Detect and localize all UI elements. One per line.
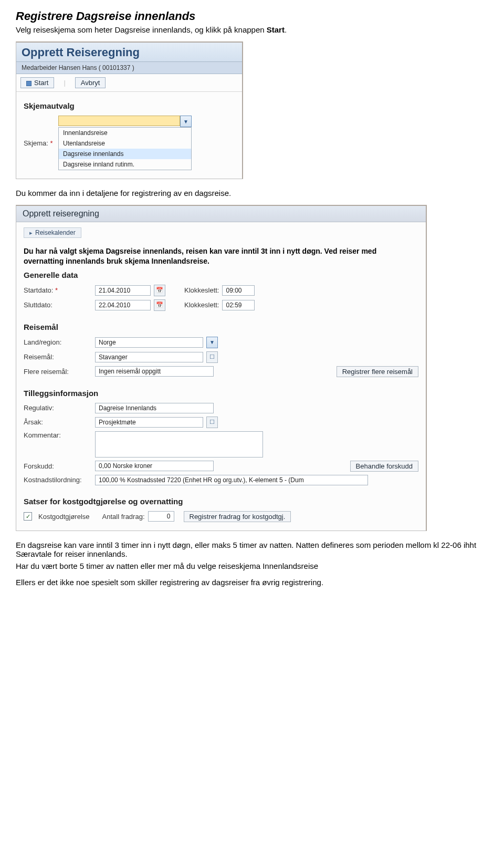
panel2-body: Reisekalender Du har nå valgt skjema Dag… xyxy=(16,222,426,531)
chevron-down-icon[interactable]: ▼ xyxy=(206,337,218,348)
kostgodt-checkbox[interactable]: ✓ xyxy=(24,512,32,521)
register-deduction-button[interactable]: Registrer fradrag for kostgodtgj. xyxy=(184,511,291,522)
startdato-row: Startdato: * 21.04.2010 📅 Klokkeslett: 0… xyxy=(24,285,418,296)
panel2-instruction: Du har nå valgt skjema Dagsreise innenla… xyxy=(24,246,418,266)
startdato-field[interactable]: 21.04.2010 xyxy=(95,285,151,296)
panel2-title: Opprett reiseregning xyxy=(16,206,426,222)
sluttdato-label: Sluttdato: xyxy=(24,301,92,309)
start-button[interactable]: Start xyxy=(20,77,54,88)
skjema-dropdown[interactable]: ▼ Innenlandsreise Utenlandsreise Dagsrei… xyxy=(58,116,192,170)
skjema-section-title: Skjemautvalg xyxy=(24,101,235,110)
regulativ-row: Regulativ: Dagreise Innenlands xyxy=(24,403,418,413)
calendar-icon[interactable]: 📅 xyxy=(154,285,165,296)
doc-intro: Velg reiseskjema som heter Dagsreise inn… xyxy=(16,25,488,34)
kommentar-label: Kommentar: xyxy=(24,431,92,439)
forskudd-label: Forskudd: xyxy=(24,462,92,470)
doc-outro3: Ellers er det ikke noe spesielt som skil… xyxy=(16,578,488,587)
skjema-section: Skjemautvalg Skjema: * ▼ Innenlandsreise… xyxy=(16,92,242,179)
skjema-option-1[interactable]: Utenlandsreise xyxy=(59,138,191,149)
reisemal-row: Reisemål: Stavanger ☐ xyxy=(24,351,418,363)
land-field[interactable]: Norge xyxy=(95,337,203,348)
doc-intro-bold: Start xyxy=(267,25,285,34)
skjema-option-3[interactable]: Dagsreise innland rutinm. xyxy=(59,159,191,170)
doc-intro-post: . xyxy=(285,25,287,34)
kostgodt-label: Kostgodtgjørelse xyxy=(38,513,90,521)
lookup-icon[interactable]: ☐ xyxy=(206,351,218,363)
regulativ-label: Regulativ: xyxy=(24,404,92,412)
additional-info-title: Tilleggsinformasjon xyxy=(24,389,418,398)
rates-title: Satser for kostgodtgjørelse og overnatti… xyxy=(24,497,418,506)
forskudd-row: Forskudd: 0,00 Norske kroner Behandle fo… xyxy=(24,461,418,472)
skjema-option-2[interactable]: Dagsreise innenlands xyxy=(59,149,191,159)
kommentar-field[interactable] xyxy=(95,431,263,458)
arsak-field[interactable]: Prosjektmøte xyxy=(95,417,203,428)
register-more-destinations-button[interactable]: Registrer flere reisemål xyxy=(337,366,418,377)
handle-advance-button[interactable]: Behandle forskudd xyxy=(350,461,418,472)
reisemal-field[interactable]: Stavanger xyxy=(95,352,203,362)
doc-title: Registrere Dagsreise innenlands xyxy=(16,9,488,23)
doc-outro2: Har du vært borte 5 timer av natten elle… xyxy=(16,562,488,570)
sluttdato-row: Sluttdato: 22.04.2010 📅 Klokkeslett: 02:… xyxy=(24,299,418,311)
chevron-down-icon[interactable]: ▼ xyxy=(180,116,192,127)
skjema-options: Innenlandsreise Utenlandsreise Dagsreise… xyxy=(58,127,192,170)
land-row: Land/region: Norge ▼ xyxy=(24,337,418,348)
flere-reisemal-row: Flere reisemål: Ingen reisemål oppgitt R… xyxy=(24,366,418,377)
calendar-icon[interactable]: 📅 xyxy=(154,299,165,311)
skjema-label-text: Skjema: xyxy=(24,139,48,147)
cancel-button[interactable]: Avbryt xyxy=(75,77,106,88)
skjema-row: Skjema: * ▼ Innenlandsreise Utenlandsrei… xyxy=(24,116,235,170)
start-klokke-label: Klokkeslett: xyxy=(184,286,219,294)
starttid-field[interactable]: 09:00 xyxy=(222,285,255,296)
toolbar-separator: | xyxy=(64,79,65,87)
lookup-icon[interactable]: ☐ xyxy=(206,417,218,428)
required-mark: * xyxy=(50,139,53,147)
destination-title: Reisemål xyxy=(24,323,418,331)
kostgodt-row: ✓ Kostgodtgjørelse Antall fradrag: 0 Reg… xyxy=(24,511,418,522)
startdato-label-text: Startdato: xyxy=(24,286,53,294)
slutttid-field[interactable]: 02:59 xyxy=(222,300,255,310)
flere-reisemal-field[interactable]: Ingen reisemål oppgitt xyxy=(95,366,214,377)
kostnad-field[interactable]: 100,00 % Kostnadssted 7220 (Enhet HR og … xyxy=(95,475,368,485)
kostnad-row: Kostnadstilordning: 100,00 % Kostnadsste… xyxy=(24,475,418,485)
skjema-label: Skjema: * xyxy=(24,139,55,147)
doc-mid: Du kommer da inn i detaljene for registr… xyxy=(16,189,488,197)
kostnad-label: Kostnadstilordning: xyxy=(24,476,92,484)
doc-outro1: En dagsreise kan vare inntil 3 timer inn… xyxy=(16,540,488,558)
reisemal-label: Reisemål: xyxy=(24,353,92,361)
kommentar-row: Kommentar: xyxy=(24,431,418,458)
panel1-title: Opprett Reiseregning xyxy=(16,43,242,62)
create-travel-panel-2: Opprett reiseregning Reisekalender Du ha… xyxy=(16,205,427,531)
slutt-klokke-label: Klokkeslett: xyxy=(184,301,219,309)
land-label: Land/region: xyxy=(24,338,92,346)
travel-calendar-link[interactable]: Reisekalender xyxy=(24,227,81,238)
arsak-row: Årsak: Prosjektmøte ☐ xyxy=(24,417,418,428)
sluttdato-field[interactable]: 22.04.2010 xyxy=(95,300,151,310)
doc-intro-pre: Velg reiseskjema som heter Dagsreise inn… xyxy=(16,25,267,34)
skjema-field[interactable] xyxy=(58,116,180,126)
antall-field[interactable]: 0 xyxy=(148,511,174,522)
employee-subbar: Medarbeider Hansen Hans ( 00101337 ) xyxy=(16,62,242,74)
flere-reisemal-label: Flere reisemål: xyxy=(24,368,92,376)
panel1-toolbar: Start | Avbryt xyxy=(16,74,242,92)
create-travel-panel-1: Opprett Reiseregning Medarbeider Hansen … xyxy=(16,41,243,179)
forskudd-field[interactable]: 0,00 Norske kroner xyxy=(95,461,214,471)
startdato-label: Startdato: * xyxy=(24,286,92,294)
skjema-option-0[interactable]: Innenlandsreise xyxy=(59,128,191,138)
general-data-title: Generelle data xyxy=(24,271,418,279)
regulativ-field[interactable]: Dagreise Innenlands xyxy=(95,403,214,413)
required-mark: * xyxy=(55,286,58,294)
arsak-label: Årsak: xyxy=(24,418,92,426)
antall-label: Antall fradrag: xyxy=(102,513,145,521)
